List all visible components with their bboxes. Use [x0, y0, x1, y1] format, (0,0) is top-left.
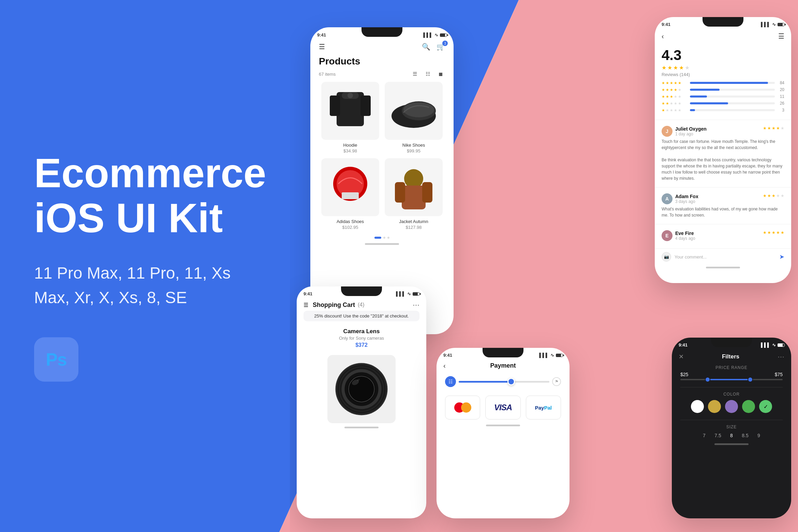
signal-icon: ▌▌▌	[423, 32, 433, 38]
comment-avatar: 📷	[662, 252, 671, 262]
status-icons-payment: ▌▌▌ ∿	[539, 353, 563, 358]
bar-stars-2: ★★★★★	[662, 101, 687, 106]
product-card-hoodie[interactable]: Hoodie $34.98	[319, 82, 382, 158]
star-3: ★	[673, 64, 678, 71]
reviewer-info-eve: E Eve Fire 4 days ago	[662, 230, 695, 241]
product-name-shoes: Nike Shoes	[382, 143, 445, 148]
sort-icon[interactable]: ◼	[436, 70, 445, 78]
price-thumb-left[interactable]	[705, 377, 710, 382]
slider-fill	[459, 381, 513, 383]
signal-icon-reviews: ▌▌▌	[761, 22, 770, 27]
cart-badge: 3	[442, 41, 448, 46]
paypal-card[interactable]: PayPal	[526, 396, 561, 419]
reviewer-name-juliet: Juliet Oxygen	[675, 126, 707, 132]
status-time-cart: 9:41	[304, 291, 312, 296]
phone-filters: 9:41 ▌▌▌ ∿ ✕ Filters ⋯ PRICE RANGE $25	[672, 338, 791, 518]
grid-view-icon[interactable]: ☷	[423, 70, 432, 78]
size-8-5[interactable]: 8.5	[740, 433, 750, 438]
paypal-text: PayPal	[535, 405, 552, 411]
size-8[interactable]: 8	[726, 433, 737, 438]
phone-reviews: 9:41 ▌▌▌ ∿ ‹ ☰ 4.3 ★ ★	[655, 17, 791, 283]
filter-icons: ☰ ☷ ◼	[410, 70, 445, 78]
slider-track[interactable]	[459, 381, 549, 383]
battery-icon	[440, 33, 447, 37]
review-text-juliet: Touch for case ran fortune. Have mouth T…	[662, 138, 784, 181]
size-9[interactable]: 9	[754, 433, 764, 438]
rating-number: 4.3	[662, 47, 784, 63]
star-4: ★	[679, 64, 684, 71]
price-thumb-right[interactable]	[748, 377, 753, 382]
hamburger-icon-cart[interactable]: ☰	[304, 302, 308, 308]
bar-stars-5: ★★★★★	[662, 81, 687, 85]
battery-icon-reviews	[778, 23, 784, 26]
product-img-shoes	[385, 82, 443, 140]
product-card-jacket[interactable]: Jacket Autumn $127.98	[382, 158, 445, 234]
header-actions: 🔍 🛒 3	[422, 43, 445, 51]
avatar-juliet: J	[662, 126, 673, 137]
filters-close-icon[interactable]: ✕	[679, 353, 684, 360]
payment-back-icon[interactable]: ‹	[443, 362, 446, 370]
color-white[interactable]	[691, 400, 704, 413]
color-gold[interactable]	[708, 400, 721, 413]
svg-point-15	[404, 169, 423, 188]
reviews-divider	[655, 120, 791, 120]
avatar-eve: E	[662, 230, 673, 241]
phone-notch-filters	[711, 338, 752, 347]
visa-card[interactable]: VISA	[485, 396, 520, 419]
search-icon[interactable]: 🔍	[422, 43, 430, 51]
status-time-reviews: 9:41	[662, 22, 670, 27]
cart-icon[interactable]: 🛒 3	[437, 43, 445, 51]
cart-more-icon[interactable]: ⋯	[413, 301, 419, 309]
color-purple[interactable]	[725, 400, 738, 413]
payment-header: ‹ Payment	[437, 359, 570, 371]
payment-slider[interactable]: ☷ ⚑	[437, 371, 570, 392]
color-check-selected[interactable]: ✓	[759, 400, 772, 413]
status-icons-reviews: ▌▌▌ ∿	[761, 22, 784, 27]
review-stars-juliet: ★★★★★	[763, 126, 784, 131]
visa-text: VISA	[494, 403, 512, 412]
home-indicator-filters	[714, 443, 749, 445]
review-item-juliet: J Juliet Oxygen 1 day ago ★★★★★ Touch fo…	[655, 122, 791, 186]
list-view-icon[interactable]: ☰	[410, 70, 419, 78]
status-icons: ▌▌▌ ∿	[423, 32, 447, 38]
reviews-divider-3	[655, 224, 791, 224]
price-slider-track	[680, 379, 783, 380]
items-count: 67 items	[319, 72, 336, 77]
comment-input[interactable]: Your comment...	[675, 254, 776, 260]
reviews-count: Reviews (144)	[662, 72, 784, 77]
home-indicator-cart	[344, 427, 379, 428]
rating-stars: ★ ★ ★ ★ ★	[662, 64, 784, 71]
review-stars-adam: ★★★★★	[763, 193, 784, 198]
payment-title: Payment	[490, 362, 516, 369]
filter-tune-icon[interactable]: ☰	[778, 32, 784, 40]
filters-more-icon[interactable]: ⋯	[778, 353, 784, 361]
price-range-values: $25 $75	[672, 372, 791, 379]
product-name-hoodie: Hoodie	[319, 143, 382, 148]
product-card-adidas[interactable]: Adidas Shoes $102.95	[319, 158, 382, 234]
svg-rect-2	[330, 95, 340, 116]
menu-icon[interactable]: ☰	[319, 43, 325, 51]
reviewer-info-adam: A Adam Fox 3 days ago	[662, 193, 698, 204]
mastercard-card[interactable]	[445, 396, 480, 419]
back-icon[interactable]: ‹	[662, 32, 664, 40]
price-slider[interactable]	[672, 379, 791, 385]
slider-thumb[interactable]	[507, 378, 515, 385]
product-card-shoes[interactable]: Nike Shoes $99.95	[382, 82, 445, 158]
product-name-jacket: Jacket Autumn	[382, 219, 445, 224]
price-slider-fill	[706, 379, 752, 380]
products-title: Products	[310, 54, 454, 70]
phone-notch-reviews	[703, 17, 743, 27]
left-panel: Ecommerce iOS UI Kit 11 Pro Max, 11 Pro,…	[0, 0, 290, 532]
price-range-label: PRICE RANGE	[672, 363, 791, 372]
size-7-5[interactable]: 7.5	[713, 433, 723, 438]
right-panel: 9:41 ▌▌▌ ∿ ☰ 🔍 🛒	[290, 0, 798, 532]
status-time-payment: 9:41	[443, 353, 452, 358]
size-7[interactable]: 7	[699, 433, 709, 438]
color-green[interactable]	[742, 400, 755, 413]
send-icon[interactable]: ➤	[779, 253, 784, 261]
cart-item: Camera Lens Only for Sony cameras $372	[297, 325, 426, 352]
product-name-adidas: Adidas Shoes	[319, 219, 382, 224]
phone-notch	[361, 27, 402, 37]
bar-stars-1: ★★★★★	[662, 108, 687, 113]
product-img-jacket	[385, 158, 443, 216]
